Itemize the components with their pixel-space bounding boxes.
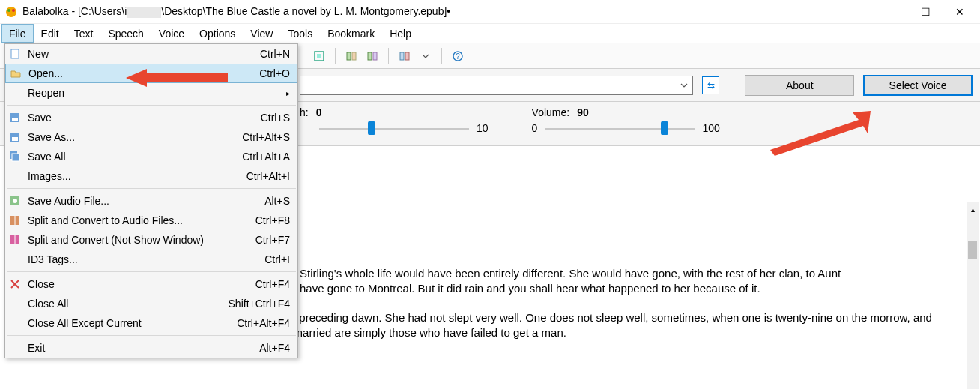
menu-bookmark[interactable]: Bookmark [320, 24, 382, 43]
menu-item-shortcut: Ctrl+F7 [246, 234, 290, 246]
menu-item-label: New [25, 48, 251, 60]
menu-text[interactable]: Text [67, 24, 101, 43]
voice-select-combo[interactable] [300, 76, 693, 95]
menu-item-label: Save As... [25, 131, 233, 143]
file-menu-save-audio-file[interactable]: Save Audio File...Alt+S [5, 191, 297, 211]
tool-icon[interactable] [343, 48, 360, 64]
file-menu-reopen[interactable]: Reopen▸ [5, 83, 297, 103]
file-menu-dropdown: NewCtrl+NOpen...Ctrl+OReopen▸SaveCtrl+SS… [4, 43, 298, 358]
saveas-icon [5, 131, 25, 143]
menu-item-label: Split and Convert to Audio Files... [25, 214, 246, 226]
svg-rect-9 [400, 52, 404, 60]
menu-item-label: ID3 Tags... [25, 253, 255, 265]
scroll-up-icon[interactable]: ▴ [967, 202, 979, 216]
menu-item-shortcut: Ctrl+Alt+F4 [228, 317, 290, 329]
select-voice-button[interactable]: Select Voice [863, 75, 973, 96]
svg-rect-7 [368, 52, 372, 60]
svg-rect-8 [373, 52, 377, 60]
file-menu-exit[interactable]: ExitAlt+F4 [5, 338, 297, 358]
menu-item-shortcut: Ctrl+I [255, 253, 290, 265]
dropdown-icon[interactable] [417, 48, 434, 64]
file-menu-close-all-except-current[interactable]: Close All Except CurrentCtrl+Alt+F4 [5, 313, 297, 333]
file-menu-open[interactable]: Open...Ctrl+O [5, 64, 297, 83]
tool-icon[interactable] [396, 48, 413, 64]
menu-item-label: Save [25, 112, 252, 124]
file-menu-new[interactable]: NewCtrl+N [5, 44, 297, 64]
menu-tools[interactable]: Tools [280, 24, 320, 43]
menu-item-shortcut: Ctrl+F4 [246, 278, 290, 290]
maximize-button[interactable]: ☐ [908, 1, 943, 23]
app-icon [4, 5, 18, 19]
chevron-down-icon [680, 82, 688, 89]
volume-min: 0 [532, 122, 538, 134]
file-menu-save[interactable]: SaveCtrl+S [5, 108, 297, 127]
file-menu-close[interactable]: CloseCtrl+F4 [5, 274, 297, 294]
volume-label: Volume: [532, 106, 570, 118]
scroll-thumb[interactable] [968, 241, 977, 259]
menu-voice[interactable]: Voice [151, 24, 192, 43]
menu-speech[interactable]: Speech [100, 24, 151, 43]
splitns-icon [5, 234, 25, 246]
help-icon[interactable]: ? [450, 48, 466, 64]
menu-item-shortcut: Ctrl+Alt+A [233, 151, 290, 163]
toolbar-separator [441, 48, 442, 64]
menu-separator [7, 335, 296, 336]
minimize-button[interactable]: ― [874, 1, 908, 23]
menubar: FileEditTextSpeechVoiceOptionsViewToolsB… [0, 24, 980, 43]
menu-view[interactable]: View [243, 24, 280, 43]
menu-separator [7, 105, 296, 106]
menu-item-label: Close [25, 278, 246, 290]
menu-item-label: Open... [25, 67, 250, 79]
file-menu-save-as[interactable]: Save As...Ctrl+Alt+S [5, 127, 297, 147]
save-icon [5, 112, 25, 124]
menu-separator [7, 188, 296, 189]
file-menu-split-and-convert-not-show-window[interactable]: Split and Convert (Not Show Window)Ctrl+… [5, 230, 297, 250]
vertical-scrollbar[interactable]: ▴ [967, 202, 979, 389]
tool-icon[interactable] [364, 48, 381, 64]
swap-button[interactable]: ⇆ [702, 76, 719, 94]
menu-help[interactable]: Help [382, 24, 419, 43]
volume-slider[interactable] [545, 120, 695, 136]
close-window-button[interactable]: ✕ [943, 1, 977, 23]
close-icon [5, 278, 25, 290]
menu-item-label: Save All [25, 151, 233, 163]
toolbar-separator [335, 48, 336, 64]
new-icon [5, 48, 25, 60]
menu-item-label: Images... [25, 170, 238, 182]
menu-item-label: Reopen [25, 87, 277, 99]
menu-separator [7, 271, 296, 272]
file-menu-id-tags[interactable]: ID3 Tags...Ctrl+I [5, 250, 297, 269]
menu-item-label: Exit [25, 342, 250, 354]
svg-rect-19 [12, 154, 19, 161]
toolbar-separator [388, 48, 389, 64]
menu-item-shortcut: ▸ [277, 89, 290, 97]
about-button[interactable]: About [745, 75, 854, 96]
svg-rect-4 [317, 54, 321, 58]
audio-icon [5, 195, 25, 207]
file-menu-save-all[interactable]: Save AllCtrl+Alt+A [5, 147, 297, 166]
file-menu-close-all[interactable]: Close AllShift+Ctrl+F4 [5, 294, 297, 313]
menu-item-shortcut: Ctrl+N [251, 48, 290, 60]
menu-edit[interactable]: Edit [34, 24, 67, 43]
file-menu-images[interactable]: Images...Ctrl+Alt+I [5, 166, 297, 186]
menu-item-label: Close All [25, 298, 220, 310]
menu-item-shortcut: Alt+S [255, 195, 290, 207]
menu-options[interactable]: Options [192, 24, 243, 43]
menu-item-shortcut: Ctrl+Alt+S [233, 131, 290, 143]
menu-file[interactable]: File [1, 24, 34, 43]
svg-rect-6 [352, 52, 356, 60]
file-menu-split-and-convert-to-audio-files[interactable]: Split and Convert to Audio Files...Ctrl+… [5, 211, 297, 230]
menu-item-shortcut: Alt+F4 [250, 342, 290, 354]
svg-rect-15 [12, 118, 18, 121]
menu-item-shortcut: Ctrl+F8 [246, 214, 290, 226]
menu-item-shortcut: Ctrl+Alt+I [238, 170, 290, 182]
pitch-slider[interactable] [319, 120, 469, 136]
menu-item-label: Split and Convert (Not Show Window) [25, 234, 246, 246]
tool-icon[interactable] [311, 48, 327, 64]
svg-text:?: ? [456, 52, 460, 61]
svg-point-0 [6, 7, 16, 17]
pitch-label: h: [300, 106, 309, 118]
redacted-user [127, 7, 161, 18]
toolbar-separator [303, 48, 303, 64]
svg-point-1 [7, 9, 10, 12]
